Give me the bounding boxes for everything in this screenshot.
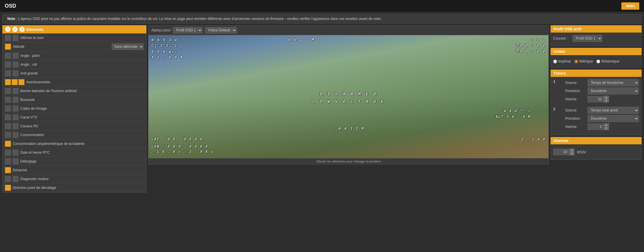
label-boussole: Boussole [20,98,144,102]
timer1-decrement[interactable]: ▼ [604,99,609,102]
timers-title: Timers [553,71,566,75]
osd-crosshair[interactable]: ✕ 1 4 [531,38,546,42]
note-bar: Note : L'aperçu OSD peut ne pas afficher… [2,14,642,23]
toggle-barres[interactable] [5,88,11,94]
toggle-altitude[interactable] [5,44,11,50]
toggle-avertissements-3[interactable] [19,79,24,85]
toggle-date-heure-2[interactable] [13,150,19,155]
toggle-diagnostic[interactable] [5,176,11,182]
osd-timer2[interactable]: ⏱0 0 : 0 0 [515,49,546,54]
wiki-button[interactable]: WIKI [621,2,639,10]
osd-callsign[interactable]: E V I L M 1 [288,38,320,42]
alarm-rssi-increment[interactable]: ▲ [569,149,574,152]
osd-disarmed[interactable]: D I S A R M E D [320,92,377,97]
toggle-canaux-rc[interactable] [5,123,11,129]
toggle-desarme[interactable] [5,167,11,173]
timer2-source-select[interactable]: Temps de fonctionne Temps total armé Tem… [588,107,639,114]
toggle-diagnostic-2[interactable] [13,176,19,182]
timer1-alarme-label: Alarme: [565,97,586,101]
toggle-consommation-2[interactable] [13,132,19,138]
list-item: Anti gravité [3,69,146,78]
list-item: Altitude Sans décimale Avec décimale [3,42,146,51]
osd-current[interactable]: 4 2 . 0 0 A [151,55,183,60]
toggle-anti-gravite[interactable] [5,70,11,76]
timer1-precision-select[interactable]: Deuxième Minute Centième [588,87,639,94]
alarm-rssi-input[interactable] [553,149,569,155]
profil-select[interactable]: Profil OSD 1 Profil OSD 2 Profil OSD 3 [573,35,602,42]
right-panel: Profil OSD actif Courant : Profil OSD 1 … [551,25,642,192]
toggle-angle-pitch[interactable] [5,53,11,59]
toggle-angle-roll[interactable] [5,62,11,67]
timer2-decrement[interactable]: ▼ [604,127,609,130]
list-item: Débogage [3,157,146,166]
toggle-anti-gravite-2[interactable] [13,70,19,76]
label-altitude: Altitude [13,45,110,49]
alarm-rssi-decrement[interactable]: ▼ [569,152,574,155]
timer2-grid: Source: Temps de fonctionne Temps total … [559,107,639,130]
alarmes-body: ▲ ▼ RSSI [551,144,642,160]
label-desarme: Désarmé [13,168,144,172]
toggle-afficher-nom-2[interactable] [13,35,19,41]
tab-1[interactable]: 1 [5,27,11,32]
tab-2[interactable]: 2 [12,27,18,32]
toggle-afficher-nom[interactable] [5,35,11,41]
radio-britannique[interactable]: Britannique [596,59,619,63]
toggle-boussole-2[interactable] [13,97,19,103]
preview-footer: Glisser les éléments pour changer la pos… [148,158,549,165]
toggle-direction[interactable] [5,185,11,191]
toggle-debogage[interactable] [5,158,11,164]
toggle-boussole[interactable] [5,97,11,103]
osd-timer1[interactable]: ⏱0 0 : 0 0 [515,43,546,48]
profile-select[interactable]: Profil OSD 1 Profil OSD 2 Profil OSD 3 [173,27,203,33]
toggle-avertissements-1[interactable] [5,79,11,85]
toggle-canal-vtx[interactable] [5,114,11,120]
toggle-debogage-2[interactable] [13,158,19,164]
timer1-source-select[interactable]: Temps de fonctionne Temps total armé Tem… [588,79,639,86]
toggle-canaux-rc-2[interactable] [13,123,19,129]
label-britannique: Britannique [601,59,619,63]
toggle-cadre[interactable] [5,106,11,111]
toggle-date-heure[interactable] [5,150,11,155]
osd-battery[interactable]: ▭ 1 6 . 8 v ▭ 3 . 9 8 v [151,150,214,154]
toggle-canal-vtx-2[interactable] [13,114,19,120]
radio-imperial[interactable]: Impérial [553,59,571,63]
main-layout: 1 2 3 Elements Afficher le nom Altitude … [0,25,644,195]
timer1-increment[interactable]: ▲ [604,96,609,99]
police-select[interactable]: Police Default [205,27,237,33]
toggle-cadre-2[interactable] [13,106,19,111]
alarmes-title: Alarmes [553,138,568,143]
alarm-rssi-spinner: ▲ ▼ [553,148,575,155]
list-item: Angle : pitch [3,51,146,60]
alarmes-header: Alarmes [551,137,642,144]
timer1-alarme-input[interactable] [588,96,604,102]
timer2-precision-select[interactable]: Deuxième Minute Centième [588,115,639,122]
osd-speed[interactable]: 6 9 0 мₖₕ [151,49,177,54]
radio-metrique[interactable]: Métrique [574,59,593,63]
profil-header: Profil OSD actif [551,25,642,33]
osd-lat[interactable]: LAT - 0 0 . 0 0 0 0 [151,137,203,141]
toggle-consommation[interactable] [5,132,11,138]
label-diagnostic: Diagnostic moteur [20,177,144,181]
osd-distance[interactable]: ⊕ 6 5 3 м [151,38,177,42]
timer2-increment[interactable]: ▲ [604,124,609,127]
osd-temp[interactable]: C[ 3 3 °C [151,43,177,48]
tab-3[interactable]: 3 [19,27,25,32]
osd-home-dist[interactable]: ⌂ ⊕ 4 3 2 M [333,126,364,131]
toggle-barres-2[interactable] [13,88,19,94]
osd-lon[interactable]: LON - 0 0 0 . 0 0 0 0 [151,145,208,149]
toggle-angle-pitch-2[interactable] [13,53,19,59]
osd-preview: ⊕ 6 5 3 м E V I L M 1 ✕ 1 4 C[ 3 3 °C ⏱0… [148,35,549,158]
toggle-angle-roll-2[interactable] [13,62,19,67]
timer2-alarme-input[interactable] [588,124,604,130]
alarm-rssi-btns: ▲ ▼ [569,148,575,155]
osd-low-voltage[interactable]: L O W V O L T A G E [312,99,385,104]
osd-rssi[interactable]: ⚡ 2 : 1 0 0 [516,137,546,142]
toggle-conso-ampere[interactable] [5,141,11,147]
osd-alt2[interactable]: ALT 3 9 . 9 M [496,115,531,119]
osd-speed2[interactable]: ⊕ 4 0 ᵏᵐ/ₕ [504,109,531,113]
altitude-select[interactable]: Sans décimale Avec décimale [112,43,144,50]
label-canaux-rc: Canaux RC [20,124,144,128]
toggle-avertissements-2[interactable] [12,79,18,85]
elements-header: 1 2 3 Elements [2,25,146,33]
label-date-heure: Date et heure RTC [20,150,144,155]
